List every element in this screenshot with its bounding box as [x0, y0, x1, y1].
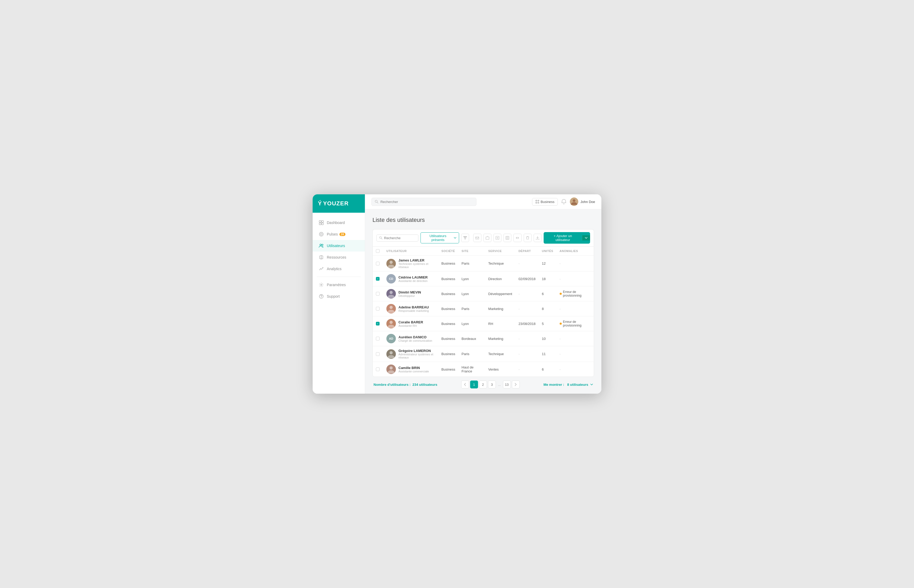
pulses-badge: 24	[339, 233, 345, 236]
row-checkbox[interactable]	[376, 337, 379, 341]
user-anomalies: -	[556, 331, 594, 346]
row-checkbox[interactable]	[376, 292, 379, 296]
topbar-search[interactable]	[371, 198, 476, 206]
add-user-button[interactable]: + Ajouter un utilisateur	[544, 232, 590, 244]
svg-point-37	[389, 321, 393, 324]
edit-action-button[interactable]	[483, 234, 491, 242]
avatar	[570, 197, 578, 206]
filter-dropdown[interactable]: Utilisateurs présents	[421, 233, 459, 243]
table-search-input[interactable]	[384, 236, 415, 240]
svg-point-33	[389, 291, 393, 294]
add-user-chevron-icon	[585, 237, 587, 239]
svg-rect-1	[322, 221, 323, 222]
sidebar-item-label: Paramètres	[327, 283, 346, 287]
email-action-button[interactable]	[473, 234, 481, 242]
logo-text: YOUZER	[323, 200, 349, 207]
add-user-arrow[interactable]	[582, 235, 590, 241]
page-3-button[interactable]: 3	[488, 381, 496, 388]
page-next-button[interactable]	[512, 381, 520, 388]
row-checkbox[interactable]	[376, 307, 379, 310]
sidebar-item-parametres[interactable]: Paramètres	[313, 279, 365, 291]
user-details: Aurélien DANICOChargé de communication	[399, 335, 432, 342]
sidebar-item-ressources[interactable]: Ressources	[313, 252, 365, 263]
user-societe: Business	[438, 331, 459, 346]
sidebar-item-pulses[interactable]: Pulses 24	[313, 228, 365, 240]
row-checkbox[interactable]	[376, 262, 379, 265]
user-service: Développement	[485, 286, 515, 301]
page-title: Liste des utilisateurs	[373, 216, 594, 223]
user-site: Paris	[458, 301, 485, 316]
move-action-button[interactable]	[514, 234, 521, 242]
page-13-button[interactable]: 13	[503, 381, 511, 388]
delete-icon	[526, 236, 529, 240]
filter-button[interactable]	[461, 234, 469, 242]
user-role: Assistante de direction	[399, 279, 428, 283]
user-role: Assistante commerciale	[399, 370, 429, 373]
user-service: Technique	[485, 256, 515, 271]
user-avatar	[386, 319, 396, 328]
sidebar-item-analytics[interactable]: Analytics	[313, 263, 365, 275]
download-action-button[interactable]	[534, 234, 541, 242]
svg-rect-14	[536, 200, 537, 201]
columns-action-button[interactable]	[504, 234, 511, 242]
table-footer: Nombre d'utilisateurs : 234 utilisateurs…	[373, 377, 594, 388]
add-icon	[496, 236, 499, 240]
user-service: Marketing	[485, 301, 515, 316]
user-societe: Business	[438, 301, 459, 316]
user-site: Lyon	[458, 271, 485, 286]
user-name: Dimitri MEVIN	[399, 290, 421, 294]
row-checkbox[interactable]	[376, 352, 379, 356]
user-info[interactable]: John Doe	[570, 197, 595, 206]
table-row: ADAurélien DANICOChargé de communication…	[373, 331, 594, 346]
user-role: Assistante RH	[399, 324, 423, 327]
col-site: SITE	[458, 247, 485, 256]
page-1-button[interactable]: 1	[470, 381, 478, 388]
per-page-chevron-icon	[590, 384, 593, 385]
business-label: Business	[541, 200, 555, 204]
user-service: Marketing	[485, 331, 515, 346]
bell-icon[interactable]	[561, 199, 566, 204]
business-button[interactable]: Business	[532, 198, 558, 206]
svg-point-4	[319, 233, 323, 236]
table-search[interactable]	[376, 234, 418, 242]
sidebar-item-support[interactable]: Support	[313, 291, 365, 302]
user-anomalies: -	[556, 362, 594, 377]
search-input[interactable]	[380, 200, 473, 204]
user-service: Technique	[485, 346, 515, 362]
resources-icon	[318, 254, 324, 260]
row-checkbox[interactable]	[376, 367, 379, 371]
table-toolbar: Utilisateurs présents	[373, 229, 594, 246]
user-societe: Business	[438, 271, 459, 286]
table-row: James LAWLERTechnicien systèmes et résea…	[373, 256, 594, 271]
page-prev-button[interactable]	[461, 381, 469, 388]
page-2-button[interactable]: 2	[479, 381, 487, 388]
add-action-button[interactable]	[493, 234, 501, 242]
row-checkbox[interactable]	[376, 277, 379, 281]
delete-action-button[interactable]	[523, 234, 532, 242]
svg-rect-23	[486, 237, 489, 239]
select-all-checkbox[interactable]	[376, 249, 379, 253]
anomaly-badge: Erreur de provisionning	[560, 320, 591, 327]
svg-point-5	[321, 233, 322, 235]
user-depart: -	[515, 346, 539, 362]
per-page-label: Me montrer :	[543, 383, 564, 386]
users-icon	[318, 243, 324, 249]
anomaly-dot	[560, 293, 562, 295]
user-details: Cédrine LAUMIERAssistante de direction	[399, 275, 428, 283]
pagination: 1 2 3 ... 13	[461, 381, 520, 388]
svg-point-10	[321, 284, 322, 286]
sidebar-item-utilisateurs[interactable]: Utilisateurs	[313, 240, 365, 252]
user-societe: Business	[438, 286, 459, 301]
table-row: Adeline BARREAUResponsable marketingBusi…	[373, 301, 594, 316]
users-table: UTILISATEUR SOCIÉTÉ SITE SERVICE DÉPART …	[373, 246, 594, 377]
table-row: Camille BRINAssistante commercialeBusine…	[373, 362, 594, 377]
row-checkbox[interactable]	[376, 322, 379, 325]
per-page-selector[interactable]: Me montrer : 8 utilisateurs	[543, 383, 593, 386]
email-icon	[475, 237, 479, 239]
page-ellipsis: ...	[497, 383, 502, 386]
svg-rect-3	[322, 223, 323, 225]
filter-icon	[463, 236, 467, 239]
user-details: Coralie BARERAssistante RH	[399, 320, 423, 327]
table-row: CDCédrine LAUMIERAssistante de direction…	[373, 271, 594, 286]
sidebar-item-dashboard[interactable]: Dashboard	[313, 217, 365, 228]
